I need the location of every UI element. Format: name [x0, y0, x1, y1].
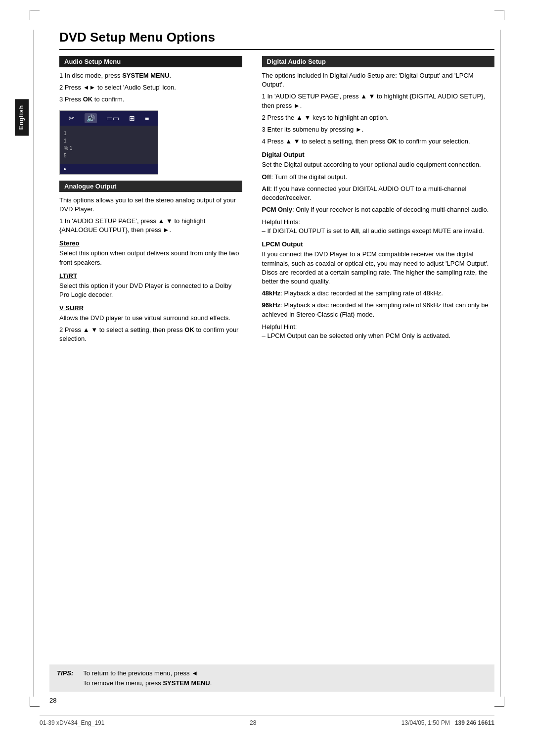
audio-setup-steps: In disc mode, press SYSTEM MENU. Press ◄…	[59, 71, 242, 104]
menu-icon-grid: ⊞	[129, 114, 135, 122]
menu-icon-cut: ✂	[69, 114, 75, 122]
hint-1: – If DIGITAL OUTPUT is set to All, all a…	[262, 227, 494, 236]
96khz-text: 96kHz: Playback a disc recorded at the s…	[262, 301, 494, 319]
menu-dot	[64, 168, 66, 170]
hint-2: – LPCM Output can be selected only when …	[262, 331, 494, 340]
analogue-step-1: In 'AUDIO SETUP PAGE', press ▲ ▼ to high…	[59, 217, 242, 235]
helpful-hint-2-section: Helpful Hint: – LPCM Output can be selec…	[262, 323, 494, 340]
analogue-step-2-list: Press ▲ ▼ to select a setting, then pres…	[59, 326, 242, 343]
menu-icon-list: ≡	[145, 114, 149, 122]
lpcm-title: LPCM Output	[262, 240, 494, 248]
digital-step-4: Press ▲ ▼ to select a setting, then pres…	[262, 137, 494, 146]
step-2: Press ◄► to select 'Audio Setup' icon.	[59, 83, 242, 92]
menu-content-area: 1 1 % 1 5	[60, 126, 158, 164]
left-column: Audio Setup Menu In disc mode, press SYS…	[59, 56, 242, 347]
page-title: DVD Setup Menu Options	[59, 30, 494, 50]
menu-row-1: 1	[64, 130, 154, 137]
helpful-hints-title: Helpful Hints:	[262, 218, 494, 226]
page-number: 28	[49, 697, 56, 704]
pcm-text: PCM Only: Only if your receiver is not c…	[262, 205, 494, 214]
footer-center: 28	[250, 719, 256, 726]
tips-content: To return to the previous menu, press ◄ …	[83, 668, 212, 688]
tips-line-2: To remove the menu, press SYSTEM MENU.	[83, 678, 212, 688]
menu-screenshot: ✂ 🔊 ▭▭ ⊞ ≡ 1 1 % 1 5	[59, 110, 158, 175]
menu-row-3: % 1	[64, 144, 154, 152]
analogue-intro: This options allows you to set the stere…	[59, 196, 242, 214]
footer-bar: 01-39 xDV434_Eng_191 28 13/04/05, 1:50 P…	[40, 715, 494, 726]
digital-audio-header: Digital Audio Setup	[262, 56, 494, 67]
ltrt-text: Select this option if your DVD Player is…	[59, 282, 242, 299]
48khz-text: 48kHz: Playback a disc recorded at the s…	[262, 289, 494, 298]
stereo-title: Stereo	[59, 239, 242, 247]
stereo-text: Select this option when output delivers …	[59, 249, 242, 267]
ltrt-title: LT/RT	[59, 272, 242, 280]
digital-step-2: Press the ▲ ▼ keys to highlight an optio…	[262, 113, 494, 122]
vsurr-text: Allows the DVD player to use virtual sur…	[59, 314, 242, 323]
footer-right: 13/04/05, 1:50 PM 139 246 16611	[401, 719, 494, 726]
analogue-step-2: Press ▲ ▼ to select a setting, then pres…	[59, 326, 242, 343]
vsurr-title: V SURR	[59, 304, 242, 312]
helpful-hint-2-title: Helpful Hint:	[262, 323, 494, 331]
digital-audio-intro: The options included in Digital Audio Se…	[262, 71, 494, 89]
analogue-output-header: Analogue Output	[59, 181, 242, 192]
two-columns-layout: Audio Setup Menu In disc mode, press SYS…	[59, 56, 494, 347]
step-1: In disc mode, press SYSTEM MENU.	[59, 71, 242, 80]
off-text: Off: Turn off the digital output.	[262, 173, 494, 182]
step-3: Press OK to confirm.	[59, 95, 242, 104]
analogue-steps: In 'AUDIO SETUP PAGE', press ▲ ▼ to high…	[59, 217, 242, 235]
menu-row-2: 1	[64, 137, 154, 144]
menu-icon-film: ▭▭	[106, 114, 119, 122]
digital-step-3: Enter its submenu by pressing ►.	[262, 125, 494, 134]
digital-step-1: In 'AUDIO SETUP PAGE', press ▲ ▼ to high…	[262, 92, 494, 110]
lpcm-intro: If you connect the DVD Player to a PCM c…	[262, 250, 494, 286]
menu-bottom-bar	[60, 164, 158, 174]
menu-top-bar: ✂ 🔊 ▭▭ ⊞ ≡	[60, 111, 158, 126]
tips-bar: TIPS: To return to the previous menu, pr…	[49, 664, 494, 692]
menu-row-4: 5	[64, 152, 154, 159]
audio-setup-header: Audio Setup Menu	[59, 56, 242, 67]
right-column: Digital Audio Setup The options included…	[262, 56, 494, 347]
footer-left: 01-39 xDV434_Eng_191	[40, 719, 104, 726]
digital-setup-steps: In 'AUDIO SETUP PAGE', press ▲ ▼ to high…	[262, 92, 494, 146]
helpful-hints-section: Helpful Hints: – If DIGITAL OUTPUT is se…	[262, 218, 494, 236]
tips-label: TIPS:	[57, 668, 73, 688]
tips-line-1: To return to the previous menu, press ◄	[83, 668, 212, 678]
menu-icon-audio: 🔊	[85, 113, 97, 123]
digital-output-intro: Set the Digital output according to your…	[262, 160, 494, 169]
digital-output-title: Digital Output	[262, 151, 494, 158]
all-text: All: If you have connected your DIGITAL …	[262, 185, 494, 202]
